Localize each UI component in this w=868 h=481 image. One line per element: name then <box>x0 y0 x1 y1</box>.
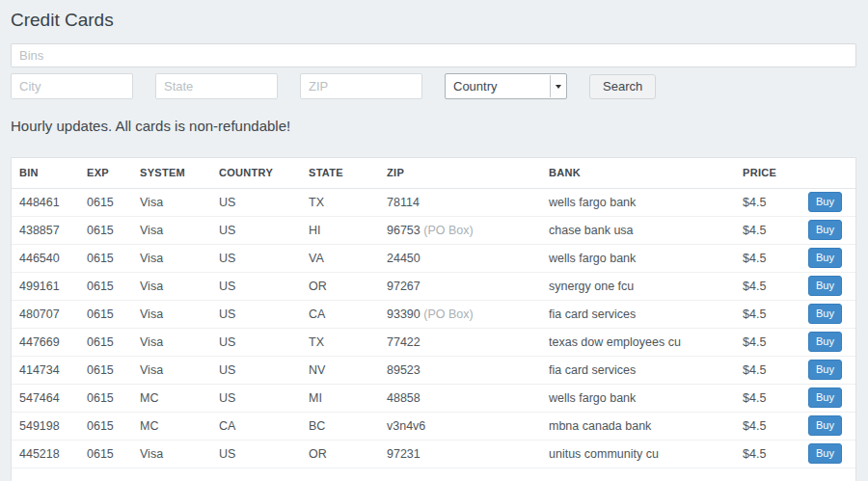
table-row: 4388570615VisaUSHI96753 (PO Box)chase ba… <box>12 216 855 244</box>
cell-exp: 0615 <box>79 384 132 412</box>
cell-zip: 89523 <box>379 356 541 384</box>
column-header-bin: BIN <box>12 158 79 188</box>
cell-country: US <box>211 384 301 412</box>
cell-exp: 0615 <box>79 216 132 244</box>
cell-system: MC <box>132 412 211 440</box>
buy-button[interactable]: Buy <box>808 360 842 379</box>
cell-zip: 96753 (PO Box) <box>379 216 541 244</box>
cell-country: CA <box>211 412 301 440</box>
cell-exp: 0615 <box>79 188 132 216</box>
cell-system: Visa <box>132 216 211 244</box>
cell-buy: Buy <box>800 328 855 356</box>
column-header-system: SYSTEM <box>132 158 211 188</box>
table-row: 4476690615VisaUSTX77422texas dow employe… <box>12 328 855 356</box>
chevron-down-icon <box>550 75 565 97</box>
buy-button[interactable]: Buy <box>808 248 842 267</box>
buy-button[interactable]: Buy <box>808 415 842 435</box>
zip-input[interactable] <box>300 73 422 99</box>
table-body: 4484610615VisaUSTX78114wells fargo bank$… <box>12 188 855 468</box>
cell-buy: Buy <box>800 216 855 244</box>
cell-bank: synergy one fcu <box>541 272 735 300</box>
cell-bin: 447669 <box>12 328 79 356</box>
cell-exp: 0615 <box>79 272 132 300</box>
buy-button[interactable]: Buy <box>808 192 842 211</box>
cell-system: Visa <box>132 188 211 216</box>
cards-table: BIN EXP SYSTEM COUNTRY STATE ZIP BANK PR… <box>12 158 855 468</box>
cell-country: US <box>211 356 301 384</box>
buy-button[interactable]: Buy <box>808 332 842 351</box>
cell-country: US <box>211 244 301 272</box>
cell-bin: 480707 <box>12 300 79 328</box>
column-header-exp: EXP <box>79 158 132 188</box>
country-select[interactable]: Country <box>445 73 567 99</box>
cell-state: BC <box>301 412 379 440</box>
cell-price: $4.5 <box>735 216 800 244</box>
country-select-value: Country <box>453 79 498 94</box>
table-row: 4991610615VisaUSOR97267synergy one fcu$4… <box>12 272 855 300</box>
table-row: 4452180615VisaUSOR97231unitus community … <box>12 440 855 468</box>
cell-zip: 78114 <box>379 188 541 216</box>
buy-button[interactable]: Buy <box>808 387 842 407</box>
cell-state: CA <box>301 300 379 328</box>
cell-system: MC <box>132 384 211 412</box>
cell-exp: 0615 <box>79 244 132 272</box>
cell-country: US <box>211 300 301 328</box>
buy-button[interactable]: Buy <box>808 220 842 239</box>
cell-buy: Buy <box>800 300 855 328</box>
table-row: 5474640615MCUSMI48858wells fargo bank$4.… <box>12 384 855 412</box>
cell-bank: chase bank usa <box>541 216 735 244</box>
cell-system: Visa <box>132 244 211 272</box>
filter-row: Country Search <box>11 73 856 99</box>
column-header-zip: ZIP <box>379 158 541 188</box>
bins-input[interactable] <box>11 43 856 67</box>
cell-exp: 0615 <box>79 300 132 328</box>
cell-price: $4.5 <box>735 244 800 272</box>
column-header-country: COUNTRY <box>211 158 301 188</box>
cell-bank: fia card services <box>541 356 735 384</box>
buy-button[interactable]: Buy <box>808 443 842 463</box>
page-title: Credit Cards <box>11 10 856 31</box>
cell-bank: fia card services <box>541 300 735 328</box>
column-header-price: PRICE <box>735 158 800 188</box>
table-row: 4484610615VisaUSTX78114wells fargo bank$… <box>12 188 855 216</box>
cell-bin: 547464 <box>12 384 79 412</box>
cell-state: HI <box>301 216 379 244</box>
cell-price: $4.5 <box>735 272 800 300</box>
cell-buy: Buy <box>800 244 855 272</box>
buy-button[interactable]: Buy <box>808 304 842 323</box>
cell-state: TX <box>301 188 379 216</box>
cell-bank: texas dow employees cu <box>541 328 735 356</box>
table-row: 4807070615VisaUSCA93390 (PO Box)fia card… <box>12 300 855 328</box>
cell-zip: v3n4v6 <box>379 412 541 440</box>
cell-zip: 97231 <box>379 440 541 468</box>
cell-state: NV <box>301 356 379 384</box>
cell-state: OR <box>301 440 379 468</box>
city-input[interactable] <box>11 73 133 99</box>
cell-buy: Buy <box>800 412 855 440</box>
cell-zip: 93390 (PO Box) <box>379 300 541 328</box>
state-input[interactable] <box>155 73 278 99</box>
cell-zip: 24450 <box>379 244 541 272</box>
cell-bin: 549198 <box>12 412 79 440</box>
cell-system: Visa <box>132 300 211 328</box>
cell-country: US <box>211 440 301 468</box>
cell-buy: Buy <box>800 440 855 468</box>
cell-zip: 97267 <box>379 272 541 300</box>
buy-button[interactable]: Buy <box>808 276 842 295</box>
table-row: 4465400615VisaUSVA24450wells fargo bank$… <box>12 244 855 272</box>
cell-buy: Buy <box>800 356 855 384</box>
cell-state: MI <box>301 384 379 412</box>
cell-bin: 438857 <box>12 216 79 244</box>
cell-bin: 414734 <box>12 356 79 384</box>
cell-system: Visa <box>132 440 211 468</box>
credit-cards-page: Credit Cards Country Search Hourly updat… <box>0 10 868 481</box>
cell-country: US <box>211 188 301 216</box>
search-button[interactable]: Search <box>589 74 656 99</box>
table-header-row: BIN EXP SYSTEM COUNTRY STATE ZIP BANK PR… <box>12 158 855 188</box>
column-header-bank: BANK <box>541 158 735 188</box>
cell-bin: 446540 <box>12 244 79 272</box>
cell-exp: 0615 <box>79 328 132 356</box>
results-panel: BIN EXP SYSTEM COUNTRY STATE ZIP BANK PR… <box>11 157 856 481</box>
cell-buy: Buy <box>800 272 855 300</box>
column-header-buy <box>800 158 855 188</box>
